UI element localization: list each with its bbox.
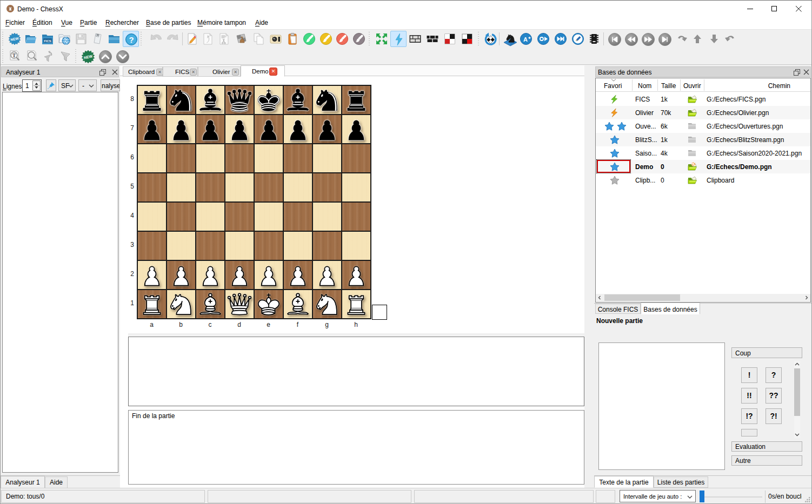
- svg-text:A: A: [523, 36, 528, 43]
- svg-text:T: T: [12, 52, 16, 58]
- svg-text:FICS: FICS: [44, 39, 51, 43]
- svg-text:?: ?: [129, 35, 134, 44]
